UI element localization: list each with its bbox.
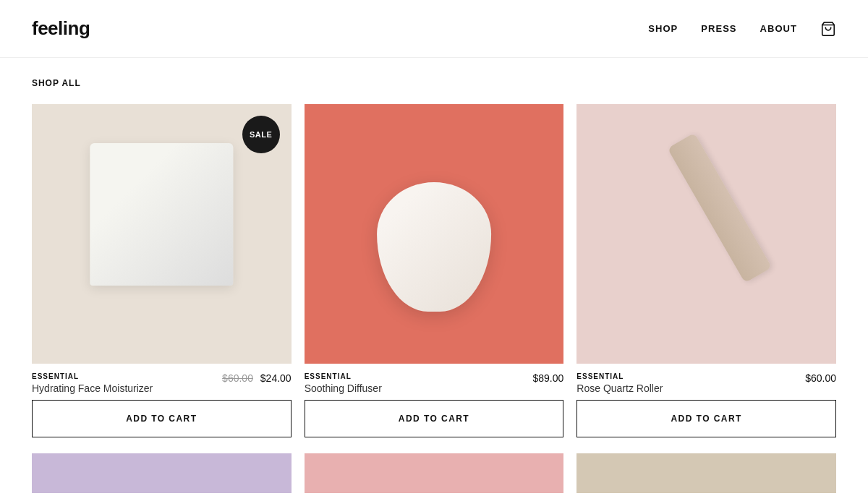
product-category-3: ESSENTIAL bbox=[576, 372, 805, 380]
product-price-3: $60.00 bbox=[805, 372, 836, 384]
product-price-2: $89.00 bbox=[533, 372, 564, 384]
product-card-2: ESSENTIAL Soothing Diffuser $89.00 ADD T… bbox=[305, 104, 564, 440]
product-preview-4 bbox=[32, 453, 292, 493]
product-preview-6 bbox=[576, 453, 836, 493]
product-meta-1: ESSENTIAL Hydrating Face Moisturizer bbox=[32, 372, 222, 394]
product-price-1: $60.00 $24.00 bbox=[222, 372, 292, 384]
product-category-2: ESSENTIAL bbox=[305, 372, 533, 380]
section-label: SHOP ALL bbox=[32, 78, 836, 88]
product-meta-3: ESSENTIAL Rose Quartz Roller bbox=[576, 372, 805, 394]
main-nav: SHOP PRESS ABOUT bbox=[648, 21, 836, 37]
product-grid-bottom-row bbox=[32, 453, 836, 493]
site-header: feeling SHOP PRESS ABOUT bbox=[0, 0, 868, 58]
price-regular-2: $89.00 bbox=[533, 372, 564, 384]
product-info-1: ESSENTIAL Hydrating Face Moisturizer $60… bbox=[32, 364, 292, 400]
add-to-cart-button-3[interactable]: ADD TO CART bbox=[576, 400, 836, 437]
price-sale-1: $24.00 bbox=[260, 372, 292, 384]
price-original-1: $60.00 bbox=[222, 372, 253, 384]
main-content: SHOP ALL SALE ESSENTIAL Hydrating Face M… bbox=[0, 58, 868, 493]
product-info-2: ESSENTIAL Soothing Diffuser $89.00 bbox=[305, 364, 564, 400]
add-to-cart-button-1[interactable]: ADD TO CART bbox=[32, 400, 292, 437]
product-name-1: Hydrating Face Moisturizer bbox=[32, 382, 222, 394]
nav-about[interactable]: ABOUT bbox=[760, 23, 797, 34]
product-preview-5 bbox=[305, 453, 564, 493]
price-regular-3: $60.00 bbox=[805, 372, 836, 384]
site-logo[interactable]: feeling bbox=[32, 17, 90, 40]
nav-press[interactable]: PRESS bbox=[701, 23, 736, 34]
product-category-1: ESSENTIAL bbox=[32, 372, 222, 380]
product-card-3: ESSENTIAL Rose Quartz Roller $60.00 ADD … bbox=[576, 104, 836, 440]
sale-badge-1: SALE bbox=[242, 116, 280, 153]
product-meta-2: ESSENTIAL Soothing Diffuser bbox=[305, 372, 533, 394]
cart-icon[interactable] bbox=[820, 21, 836, 37]
product-image-2 bbox=[305, 104, 564, 364]
product-card-1: SALE ESSENTIAL Hydrating Face Moisturize… bbox=[32, 104, 292, 440]
add-to-cart-button-2[interactable]: ADD TO CART bbox=[305, 400, 564, 437]
product-info-3: ESSENTIAL Rose Quartz Roller $60.00 bbox=[576, 364, 836, 400]
product-name-2: Soothing Diffuser bbox=[305, 382, 533, 394]
product-image-1: SALE bbox=[32, 104, 292, 364]
nav-shop[interactable]: SHOP bbox=[648, 23, 678, 34]
product-image-3 bbox=[576, 104, 836, 364]
product-grid: SALE ESSENTIAL Hydrating Face Moisturize… bbox=[32, 104, 836, 440]
product-name-3: Rose Quartz Roller bbox=[576, 382, 805, 394]
